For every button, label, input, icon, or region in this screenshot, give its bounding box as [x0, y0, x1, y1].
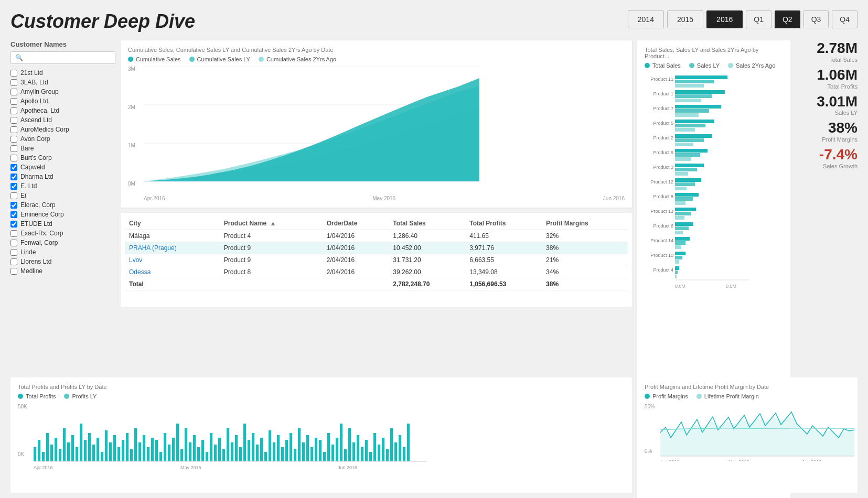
col-profit-margins[interactable]: Profit Margins [542, 217, 628, 230]
svg-rect-94 [164, 433, 166, 461]
y-label-0k: 0K [18, 451, 24, 457]
svg-rect-149 [394, 442, 397, 461]
svg-rect-144 [373, 433, 376, 461]
customer-checkbox[interactable] [10, 117, 17, 124]
svg-text:Jun 2016: Jun 2016 [802, 459, 821, 461]
legend-lifetime-profit: Lifetime Profit Margin [696, 393, 759, 399]
svg-text:May 2016: May 2016 [728, 459, 749, 461]
customer-checkbox[interactable] [10, 98, 17, 105]
customer-search-input[interactable] [10, 51, 115, 64]
svg-rect-29 [675, 164, 704, 167]
svg-rect-6 [675, 80, 714, 83]
svg-rect-99 [185, 428, 187, 461]
table-row: Lvov Product 9 2/04/2016 31,731.20 6,663… [125, 254, 628, 266]
col-total-sales[interactable]: Total Sales [389, 217, 465, 230]
kpi-sales-ly: 3.01M Sales LY [795, 94, 858, 116]
svg-rect-80 [105, 430, 108, 461]
col-orderdate[interactable]: OrderDate [323, 217, 389, 230]
col-product[interactable]: Product Name ▲ [220, 217, 323, 230]
year-2014-button[interactable]: 2014 [628, 10, 664, 28]
svg-rect-89 [143, 435, 145, 461]
list-item: Avon Corp [10, 134, 115, 144]
area-current [144, 78, 479, 181]
year-2016-button[interactable]: 2016 [706, 10, 743, 28]
col-total-profits[interactable]: Total Profits [465, 217, 542, 230]
kpi-total-sales-value: 2.78M [795, 40, 858, 57]
svg-text:Product 7: Product 7 [653, 106, 673, 111]
svg-text:Product 1: Product 1 [653, 91, 673, 96]
svg-rect-75 [84, 440, 87, 461]
svg-rect-117 [260, 438, 263, 461]
list-item: Ei [10, 191, 115, 200]
svg-rect-25 [675, 149, 708, 153]
svg-rect-151 [403, 447, 405, 461]
y-label-0m: 0M [128, 181, 135, 187]
q1-button[interactable]: Q1 [746, 10, 771, 28]
svg-rect-88 [138, 442, 141, 461]
svg-text:Product 3: Product 3 [653, 165, 673, 170]
customer-checkbox[interactable] [10, 221, 17, 228]
list-item: Bare [10, 144, 115, 153]
svg-rect-111 [235, 435, 238, 461]
customer-checkbox[interactable] [10, 268, 17, 275]
svg-rect-87 [134, 428, 137, 461]
q3-button[interactable]: Q3 [803, 10, 829, 28]
customer-checkbox[interactable] [10, 107, 17, 114]
list-item: 21st Ltd [10, 68, 115, 78]
profit-margin-chart-svg: Apr 2016 May 2016 Jun 2016 [660, 404, 854, 461]
customer-checkbox[interactable] [10, 174, 17, 180]
y-label-2m: 2M [128, 105, 135, 110]
customer-checkbox[interactable] [10, 192, 17, 199]
customer-checkbox[interactable] [10, 202, 17, 209]
svg-rect-71 [67, 442, 70, 461]
customer-checkbox[interactable] [10, 211, 17, 218]
list-item: E. Ltd [10, 181, 115, 191]
customer-checkbox[interactable] [10, 70, 17, 77]
list-item: Amylin Group [10, 87, 115, 96]
svg-rect-90 [147, 447, 149, 461]
svg-rect-41 [675, 208, 696, 211]
svg-rect-66 [46, 433, 49, 461]
customer-checkbox[interactable] [10, 79, 17, 86]
year-2015-button[interactable]: 2015 [667, 10, 703, 28]
svg-rect-120 [273, 442, 275, 461]
customer-checkbox[interactable] [10, 136, 17, 143]
lower-section: Total Profits and Profits LY by Date Tot… [10, 377, 858, 493]
svg-rect-143 [369, 452, 372, 461]
svg-rect-128 [306, 435, 309, 461]
customer-checkbox[interactable] [10, 155, 17, 161]
svg-rect-122 [281, 447, 284, 461]
svg-rect-7 [675, 84, 704, 88]
kpi-total-profits-label: Total Profits [795, 83, 858, 90]
customer-checkbox[interactable] [10, 89, 17, 95]
legend-profits-ly: Profits LY [64, 393, 97, 399]
svg-rect-124 [290, 433, 292, 461]
customer-checkbox[interactable] [10, 240, 17, 246]
svg-rect-63 [34, 447, 36, 461]
list-item: Llorens Ltd [10, 257, 115, 266]
svg-rect-129 [310, 447, 313, 461]
svg-rect-98 [180, 449, 183, 461]
svg-rect-55 [675, 260, 679, 264]
customer-checkbox[interactable] [10, 230, 17, 237]
svg-rect-22 [675, 138, 704, 142]
svg-rect-38 [675, 197, 693, 201]
svg-text:Product 5: Product 5 [653, 121, 673, 126]
customer-checkbox[interactable] [10, 258, 17, 265]
col-city[interactable]: City [125, 217, 220, 230]
customer-checkbox[interactable] [10, 126, 17, 133]
legend-sales-ly: Sales LY [689, 62, 720, 69]
svg-rect-26 [675, 153, 700, 157]
customer-checkbox[interactable] [10, 145, 17, 152]
customer-checkbox[interactable] [10, 249, 17, 256]
svg-rect-104 [206, 452, 208, 461]
q2-button[interactable]: Q2 [775, 10, 800, 28]
table-row: Odessa Product 8 2/04/2016 39,262.00 13,… [125, 266, 628, 278]
legend-cumulative-sales: Cumulative Sales [128, 56, 181, 62]
q4-button[interactable]: Q4 [832, 10, 858, 28]
svg-rect-78 [97, 438, 99, 461]
data-table-panel: City Product Name ▲ OrderDate Total Sale… [121, 213, 632, 307]
customer-checkbox[interactable] [10, 183, 17, 190]
svg-rect-127 [302, 442, 305, 461]
customer-checkbox[interactable] [10, 164, 17, 171]
